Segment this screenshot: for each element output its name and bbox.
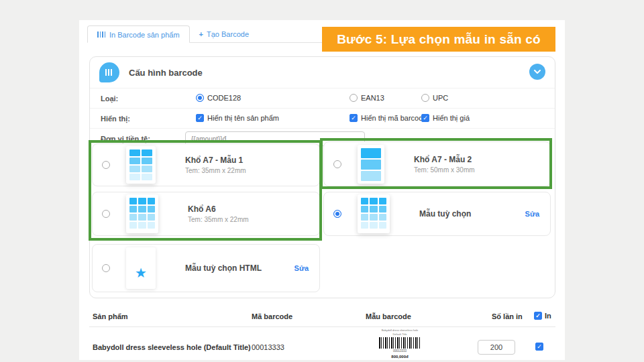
template-title: Khổ A7 - Mẫu 1	[185, 156, 246, 165]
tab-bar: In Barcode sản phẩm + Tạo Barcode	[87, 25, 323, 43]
template-card-a7-mau1[interactable]: Khổ A7 - Mẫu 1 Tem: 35mm x 22mm	[92, 143, 320, 186]
preview-code: 00013333	[368, 349, 432, 353]
radio-icon	[333, 210, 341, 218]
template-subtitle: Tem: 35mm x 22mm	[188, 216, 249, 223]
checkbox-icon: ✓	[196, 114, 204, 122]
radio-icon	[350, 94, 358, 102]
main-panel: In Barcode sản phẩm + Tạo Barcode Bước 5…	[79, 20, 565, 360]
col-header-count: Số lần in	[492, 312, 523, 320]
edit-html-template-link[interactable]: Sửa	[294, 264, 309, 272]
display-row: Hiển thị: ✓ Hiển thị tên sản phẩm ✓ Hiển…	[90, 108, 555, 128]
template-preview-grid-icon	[358, 145, 384, 184]
print-header-label: In	[545, 312, 551, 320]
plus-icon: +	[199, 30, 203, 38]
checkbox-label: Hiển thị mã barcode	[361, 114, 427, 122]
tab-label: In Barcode sản phẩm	[109, 31, 180, 39]
template-title: Khổ A6	[188, 204, 249, 214]
barcode-bars-image	[379, 337, 421, 349]
barcode-icon	[97, 32, 106, 38]
col-header-barcode: Mã barcode	[252, 312, 292, 320]
row-print-checkbox[interactable]: ✓	[535, 343, 543, 351]
barcode-preview: Babydoll dress sleeveless hole Default T…	[368, 328, 432, 359]
checkbox-label: Hiển thị tên sản phẩm	[207, 114, 279, 122]
col-header-print: ✓ In	[534, 312, 551, 320]
preview-price: 800,000đ	[368, 355, 432, 359]
config-header: Cấu hình barcode	[90, 57, 555, 88]
tab-in-barcode[interactable]: In Barcode sản phẩm	[87, 25, 190, 43]
tab-label: Tạo Barcode	[207, 30, 249, 38]
type-label: Loại:	[101, 95, 118, 103]
barcode-config-card: Cấu hình barcode Loại: CODE128 EAN13 UPC	[89, 56, 555, 298]
template-title: Mẫu tuỳ chọn	[419, 209, 471, 219]
template-preview-grid-icon	[126, 194, 158, 233]
print-count-input[interactable]	[478, 340, 515, 355]
template-preview-grid-icon	[358, 194, 390, 233]
template-title: Khổ A7 - Mẫu 2	[414, 155, 475, 164]
radio-ean13[interactable]: EAN13	[350, 94, 384, 102]
checkbox-icon: ✓	[421, 114, 429, 122]
template-subtitle: Tem: 35mm x 22mm	[185, 167, 246, 174]
template-title: Mẫu tuỳ chọn HTML	[185, 263, 262, 273]
checkbox-show-price[interactable]: ✓ Hiển thị giá	[421, 114, 470, 122]
radio-label: EAN13	[361, 94, 384, 102]
col-header-template: Mẫu barcode	[366, 312, 411, 320]
radio-icon	[196, 94, 204, 102]
checkbox-show-barcode[interactable]: ✓ Hiển thị mã barcode	[350, 114, 427, 122]
radio-label: UPC	[433, 94, 448, 102]
product-name-cell: Babydoll dress sleeveless hole (Default …	[93, 343, 251, 351]
template-card-custom[interactable]: Mẫu tuỳ chọn Sửa	[323, 192, 551, 236]
step-banner-text: Bước 5: Lựa chọn mẫu in sẵn có	[337, 32, 541, 47]
tab-tao-barcode[interactable]: + Tạo Barcode	[190, 25, 258, 42]
barcode-bubble-icon	[99, 62, 119, 82]
display-label: Hiển thị:	[101, 115, 130, 123]
checkbox-icon: ✓	[350, 114, 358, 122]
template-subtitle: Tem: 50mm x 30mm	[414, 166, 475, 174]
radio-code128[interactable]: CODE128	[196, 94, 241, 102]
preview-variant: Default Title	[368, 333, 432, 337]
barcode-cell: 00013333	[252, 343, 284, 351]
table-divider	[89, 326, 555, 327]
radio-icon	[102, 161, 110, 169]
radio-label: CODE128	[207, 94, 241, 102]
config-title: Cấu hình barcode	[129, 68, 203, 78]
template-card-a6[interactable]: Khổ A6 Tem: 35mm x 22mm	[92, 192, 320, 236]
currency-label: Đơn vị tiền tệ:	[101, 135, 150, 143]
step-banner: Bước 5: Lựa chọn mẫu in sẵn có	[322, 27, 555, 52]
chevron-down-icon[interactable]	[529, 64, 545, 80]
radio-icon	[102, 210, 110, 218]
checkbox-label: Hiển thị giá	[433, 114, 470, 122]
template-card-custom-html[interactable]: ★ Mẫu tuỳ chọn HTML Sửa	[92, 244, 320, 292]
star-icon: ★	[126, 247, 156, 289]
template-card-a7-mau2[interactable]: Khổ A7 - Mẫu 2 Tem: 50mm x 30mm	[323, 141, 551, 186]
type-row: Loại: CODE128 EAN13 UPC	[90, 88, 555, 108]
checkbox-show-product-name[interactable]: ✓ Hiển thị tên sản phẩm	[196, 114, 279, 122]
radio-icon	[421, 94, 429, 102]
radio-upc[interactable]: UPC	[421, 94, 448, 102]
radio-icon	[333, 160, 341, 168]
select-all-print-checkbox[interactable]: ✓	[534, 312, 542, 320]
template-preview-grid-icon	[126, 146, 156, 184]
edit-custom-template-link[interactable]: Sửa	[525, 210, 539, 218]
radio-icon	[102, 264, 110, 272]
col-header-product: Sản phẩm	[93, 312, 128, 320]
